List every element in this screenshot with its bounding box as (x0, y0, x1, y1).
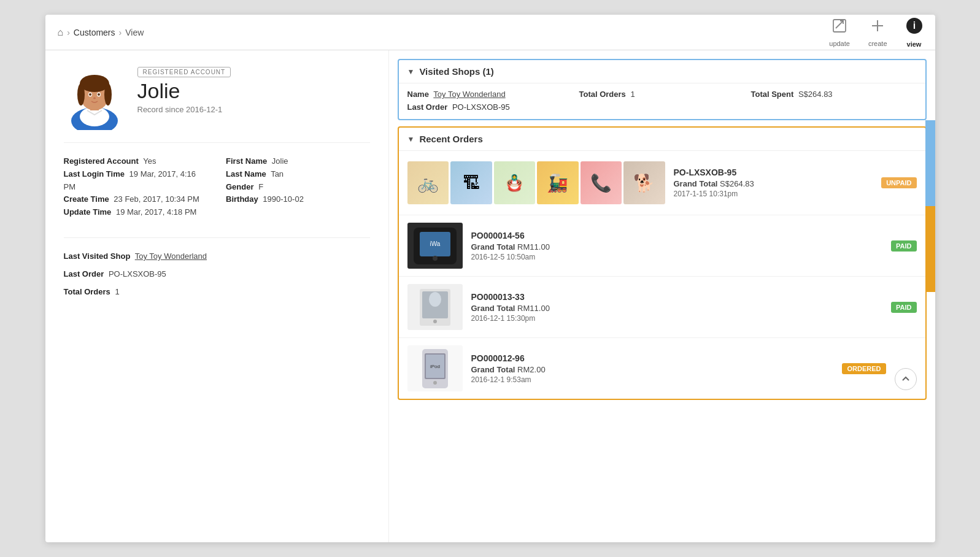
scroll-up-button[interactable] (895, 368, 917, 390)
last-name-value: Tan (271, 169, 284, 179)
order-id-2: PO000014-56 (471, 231, 883, 240)
svg-point-15 (89, 93, 91, 96)
visited-shop-row: Name Toy Toy Wonderland Total Orders 1 T… (399, 83, 925, 102)
shop-last-order-value: PO-LXSXOB-95 (452, 102, 510, 112)
breadcrumb-sep-1: › (67, 28, 70, 37)
svg-point-12 (104, 83, 112, 106)
shop-section: Last Visited Shop Toy Toy Wonderland Las… (64, 237, 370, 298)
update-time-value: 19 Mar, 2017, 4:18 PM (116, 207, 197, 217)
customer-name: Jolie (137, 80, 231, 102)
last-name-label: Last Name (226, 169, 266, 179)
order-date-4: 2016-12-1 9:53am (471, 375, 834, 384)
recent-orders-chevron: ▼ (407, 135, 415, 144)
profile-info: REGISTERED ACCOUNT Jolie Record since 20… (137, 63, 231, 114)
total-orders-value: 1 (115, 287, 119, 296)
total-orders-field: Total Orders 1 (64, 286, 370, 299)
shop-name-field: Name Toy Toy Wonderland (407, 90, 573, 99)
update-label: update (829, 40, 850, 47)
toy-thumb-5: 📞 (581, 161, 622, 204)
toy-thumb-2: 🏗 (450, 161, 492, 204)
toolbar: update create i view (829, 15, 922, 50)
breadcrumb-sep-2: › (119, 28, 122, 37)
svg-point-29 (433, 381, 437, 385)
avatar (64, 63, 125, 130)
order-date-1: 2017-1-15 10:31pm (674, 190, 873, 198)
order-info-2: PO000014-56 Grand Total RM11.00 2016-12-… (471, 231, 883, 261)
toy-thumb-6: 🐕 (623, 161, 665, 204)
view-button[interactable]: i view (906, 17, 923, 48)
order-row: 🚲 🏗 🪆 🚂 📞 🐕 PO-LXSXOB-95 Grand Total S$2… (399, 151, 925, 215)
order-thumb-multi: 🚲 🏗 🪆 🚂 📞 🐕 (407, 158, 665, 207)
recent-orders-header[interactable]: ▼ Recent Orders (399, 128, 925, 151)
breadcrumb-customers[interactable]: Customers (74, 28, 115, 37)
birthday-label: Birthday (226, 194, 258, 204)
visited-shops-header[interactable]: ▼ Visited Shops (1) (399, 60, 925, 83)
shop-total-spent-field: Total Spent S$264.83 (751, 90, 917, 99)
order-id-4: PO000012-96 (471, 353, 834, 363)
detail-section: Registered Account Yes Last Login Time 1… (64, 155, 370, 219)
last-order-field: Last Order PO-LXSXOB-95 (64, 268, 370, 281)
order-total-2: Grand Total RM11.00 (471, 242, 883, 252)
toy-thumb-3: 🪆 (494, 161, 536, 204)
last-order-value: PO-LXSXOB-95 (109, 269, 166, 278)
visited-shops-title: Visited Shops (1) (419, 66, 493, 77)
content-area: REGISTERED ACCOUNT Jolie Record since 20… (45, 50, 935, 542)
shop-last-order-label: Last Order (407, 102, 448, 112)
visited-shops-chevron: ▼ (407, 67, 415, 76)
last-visited-shop-value[interactable]: Toy Toy Wonderland (135, 252, 207, 261)
update-button[interactable]: update (829, 18, 850, 47)
order-status-3: PAID (891, 302, 916, 313)
profile-header: REGISTERED ACCOUNT Jolie Record since 20… (64, 63, 370, 143)
registered-badge: REGISTERED ACCOUNT (137, 67, 231, 77)
view-icon: i (906, 17, 923, 38)
breadcrumb: ⌂ › Customers › View (58, 27, 144, 38)
order-info-4: PO000012-96 Grand Total RM2.00 2016-12-1… (471, 353, 834, 384)
create-button[interactable]: create (868, 18, 887, 47)
order-total-4: Grand Total RM2.00 (471, 365, 834, 374)
create-label: create (868, 40, 887, 47)
visited-shops-panel: ▼ Visited Shops (1) Name Toy Toy Wonderl… (398, 59, 927, 120)
svg-point-16 (98, 93, 100, 96)
last-visited-shop-field: Last Visited Shop Toy Toy Wonderland (64, 250, 370, 263)
right-panel: ▼ Visited Shops (1) Name Toy Toy Wonderl… (389, 50, 935, 542)
record-since-value: 2016-12-1 (186, 105, 222, 114)
svg-rect-0 (833, 20, 846, 32)
order-row: iWa PO000014-56 Grand Total RM11.00 2016… (399, 215, 925, 277)
create-time-field: Create Time 23 Feb, 2017, 10:34 PM (64, 193, 208, 206)
create-icon (870, 18, 885, 37)
svg-text:iPod: iPod (430, 364, 439, 369)
order-total-1: Grand Total S$264.83 (674, 179, 873, 188)
gender-label: Gender (226, 182, 254, 191)
gender-field: Gender F (226, 181, 370, 194)
gender-value: F (258, 182, 263, 191)
order-status-1: UNPAID (881, 177, 916, 188)
birthday-value: 1990-10-02 (263, 194, 304, 204)
recent-orders-panel: ▼ Recent Orders 🚲 🏗 🪆 🚂 📞 🐕 (398, 126, 927, 400)
main-container: ⌂ › Customers › View update (45, 15, 935, 542)
last-order-label: Last Order (64, 269, 104, 278)
svg-point-25 (429, 292, 441, 307)
registered-account-value: Yes (143, 156, 156, 166)
first-name-label: First Name (226, 156, 267, 166)
order-status-2: PAID (891, 240, 916, 252)
order-date-3: 2016-12-1 15:30pm (471, 314, 883, 323)
birthday-field: Birthday 1990-10-02 (226, 193, 370, 206)
recent-orders-title: Recent Orders (419, 134, 482, 144)
svg-text:iWa: iWa (430, 240, 440, 247)
order-info-3: PO000013-33 Grand Total RM11.00 2016-12-… (471, 292, 883, 323)
record-since: Record since 2016-12-1 (137, 105, 231, 114)
order-id-3: PO000013-33 (471, 292, 883, 302)
order-row: iPod PO000012-96 Grand Total RM2.00 2016… (399, 338, 925, 399)
order-thumb-3 (407, 284, 463, 330)
shop-total-orders-label: Total Orders (579, 90, 626, 99)
total-orders-label: Total Orders (64, 287, 110, 296)
left-panel: REGISTERED ACCOUNT Jolie Record since 20… (45, 50, 389, 542)
home-icon[interactable]: ⌂ (58, 27, 64, 38)
shop-last-order-field: Last Order PO-LXSXOB-95 (399, 102, 925, 119)
registered-account-label: Registered Account (64, 156, 139, 166)
shop-name-value[interactable]: Toy Toy Wonderland (433, 90, 505, 99)
toy-thumb-1: 🚲 (407, 161, 449, 204)
order-id-1: PO-LXSXOB-95 (674, 167, 873, 177)
order-total-3: Grand Total RM11.00 (471, 304, 883, 313)
last-visited-shop-label: Last Visited Shop (64, 252, 131, 261)
